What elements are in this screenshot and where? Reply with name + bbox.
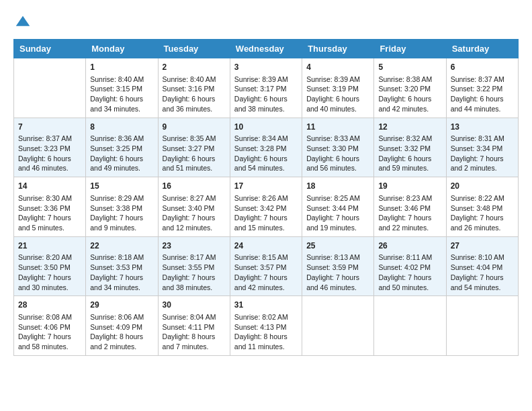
day-number: 17 bbox=[234, 181, 298, 192]
cell-content: Sunrise: 8:23 AMSunset: 3:46 PMDaylight:… bbox=[378, 193, 441, 233]
calendar-cell: 13Sunrise: 8:31 AMSunset: 3:34 PMDayligh… bbox=[446, 118, 518, 177]
day-number: 10 bbox=[234, 122, 298, 133]
cell-content: Sunrise: 8:11 AMSunset: 4:02 PMDaylight:… bbox=[378, 253, 441, 292]
day-number: 4 bbox=[306, 62, 369, 73]
day-number: 29 bbox=[90, 300, 153, 311]
calendar-cell: 24Sunrise: 8:15 AMSunset: 3:57 PMDayligh… bbox=[230, 236, 302, 296]
calendar-week-5: 28Sunrise: 8:08 AMSunset: 4:06 PMDayligh… bbox=[14, 296, 519, 356]
calendar-cell: 6Sunrise: 8:37 AMSunset: 3:22 PMDaylight… bbox=[446, 58, 518, 118]
cell-content: Sunrise: 8:38 AMSunset: 3:20 PMDaylight:… bbox=[378, 75, 441, 114]
cell-content: Sunrise: 8:36 AMSunset: 3:25 PMDaylight:… bbox=[90, 134, 153, 173]
day-header-saturday: Saturday bbox=[446, 40, 518, 58]
calendar-cell: 26Sunrise: 8:11 AMSunset: 4:02 PMDayligh… bbox=[374, 236, 446, 296]
cell-content: Sunrise: 8:27 AMSunset: 3:40 PMDaylight:… bbox=[163, 193, 226, 233]
day-number: 8 bbox=[90, 122, 153, 133]
cell-content: Sunrise: 8:32 AMSunset: 3:32 PMDaylight:… bbox=[378, 134, 441, 173]
calendar-cell: 22Sunrise: 8:18 AMSunset: 3:53 PMDayligh… bbox=[86, 236, 158, 296]
calendar-cell: 10Sunrise: 8:34 AMSunset: 3:28 PMDayligh… bbox=[230, 118, 302, 177]
day-number: 20 bbox=[451, 181, 514, 192]
day-number: 27 bbox=[451, 240, 514, 252]
calendar-cell: 19Sunrise: 8:23 AMSunset: 3:46 PMDayligh… bbox=[374, 177, 446, 237]
calendar-cell: 3Sunrise: 8:39 AMSunset: 3:17 PMDaylight… bbox=[230, 58, 302, 118]
calendar-body: 1Sunrise: 8:40 AMSunset: 3:15 PMDaylight… bbox=[14, 58, 519, 356]
cell-content: Sunrise: 8:22 AMSunset: 3:48 PMDaylight:… bbox=[451, 193, 514, 233]
day-number: 11 bbox=[306, 122, 369, 133]
calendar-cell: 29Sunrise: 8:06 AMSunset: 4:09 PMDayligh… bbox=[86, 296, 158, 356]
logo bbox=[13, 13, 35, 32]
cell-content: Sunrise: 8:29 AMSunset: 3:38 PMDaylight:… bbox=[90, 193, 153, 233]
day-header-sunday: Sunday bbox=[14, 40, 86, 58]
cell-content: Sunrise: 8:33 AMSunset: 3:30 PMDaylight:… bbox=[306, 134, 369, 173]
calendar-cell: 16Sunrise: 8:27 AMSunset: 3:40 PMDayligh… bbox=[158, 177, 230, 237]
calendar-cell: 21Sunrise: 8:20 AMSunset: 3:50 PMDayligh… bbox=[14, 236, 86, 296]
day-number: 6 bbox=[451, 62, 514, 73]
cell-content: Sunrise: 8:30 AMSunset: 3:36 PMDaylight:… bbox=[18, 193, 81, 233]
cell-content: Sunrise: 8:34 AMSunset: 3:28 PMDaylight:… bbox=[234, 134, 298, 173]
cell-content: Sunrise: 8:17 AMSunset: 3:55 PMDaylight:… bbox=[163, 253, 226, 292]
day-header-thursday: Thursday bbox=[302, 40, 374, 58]
calendar-week-3: 14Sunrise: 8:30 AMSunset: 3:36 PMDayligh… bbox=[14, 177, 519, 237]
day-number: 2 bbox=[163, 62, 226, 73]
calendar-cell: 2Sunrise: 8:40 AMSunset: 3:16 PMDaylight… bbox=[158, 58, 230, 118]
cell-content: Sunrise: 8:37 AMSunset: 3:23 PMDaylight:… bbox=[18, 134, 81, 173]
cell-content: Sunrise: 8:31 AMSunset: 3:34 PMDaylight:… bbox=[451, 134, 514, 173]
calendar-cell: 18Sunrise: 8:25 AMSunset: 3:44 PMDayligh… bbox=[302, 177, 374, 237]
cell-content: Sunrise: 8:08 AMSunset: 4:06 PMDaylight:… bbox=[18, 312, 81, 352]
calendar-cell bbox=[302, 296, 374, 356]
calendar-cell: 15Sunrise: 8:29 AMSunset: 3:38 PMDayligh… bbox=[86, 177, 158, 237]
day-number: 7 bbox=[18, 122, 81, 133]
cell-content: Sunrise: 8:35 AMSunset: 3:27 PMDaylight:… bbox=[163, 134, 226, 173]
cell-content: Sunrise: 8:37 AMSunset: 3:22 PMDaylight:… bbox=[451, 75, 514, 114]
calendar-cell: 1Sunrise: 8:40 AMSunset: 3:15 PMDaylight… bbox=[86, 58, 158, 118]
svg-marker-0 bbox=[16, 16, 30, 26]
day-number: 5 bbox=[378, 62, 441, 73]
cell-content: Sunrise: 8:40 AMSunset: 3:15 PMDaylight:… bbox=[90, 75, 153, 114]
cell-content: Sunrise: 8:40 AMSunset: 3:16 PMDaylight:… bbox=[163, 75, 226, 114]
day-number: 13 bbox=[451, 122, 514, 133]
cell-content: Sunrise: 8:18 AMSunset: 3:53 PMDaylight:… bbox=[90, 253, 153, 292]
calendar-cell: 9Sunrise: 8:35 AMSunset: 3:27 PMDaylight… bbox=[158, 118, 230, 177]
calendar-cell bbox=[446, 296, 518, 356]
cell-content: Sunrise: 8:20 AMSunset: 3:50 PMDaylight:… bbox=[18, 253, 81, 292]
day-number: 30 bbox=[163, 300, 226, 311]
day-header-monday: Monday bbox=[86, 40, 158, 58]
day-number: 3 bbox=[234, 62, 298, 73]
day-number: 26 bbox=[378, 240, 441, 252]
day-number: 1 bbox=[90, 62, 153, 73]
cell-content: Sunrise: 8:06 AMSunset: 4:09 PMDaylight:… bbox=[90, 312, 153, 352]
calendar-cell: 30Sunrise: 8:04 AMSunset: 4:11 PMDayligh… bbox=[158, 296, 230, 356]
day-number: 19 bbox=[378, 181, 441, 192]
cell-content: Sunrise: 8:13 AMSunset: 3:59 PMDaylight:… bbox=[306, 253, 369, 292]
calendar-cell: 12Sunrise: 8:32 AMSunset: 3:32 PMDayligh… bbox=[374, 118, 446, 177]
calendar-cell bbox=[374, 296, 446, 356]
day-number: 16 bbox=[163, 181, 226, 192]
calendar-cell bbox=[14, 58, 86, 118]
calendar-cell: 7Sunrise: 8:37 AMSunset: 3:23 PMDaylight… bbox=[14, 118, 86, 177]
day-number: 15 bbox=[90, 181, 153, 192]
day-number: 18 bbox=[306, 181, 369, 192]
day-number: 24 bbox=[234, 240, 298, 252]
calendar-cell: 11Sunrise: 8:33 AMSunset: 3:30 PMDayligh… bbox=[302, 118, 374, 177]
day-header-friday: Friday bbox=[374, 40, 446, 58]
cell-content: Sunrise: 8:25 AMSunset: 3:44 PMDaylight:… bbox=[306, 193, 369, 233]
calendar-week-2: 7Sunrise: 8:37 AMSunset: 3:23 PMDaylight… bbox=[14, 118, 519, 177]
cell-content: Sunrise: 8:10 AMSunset: 4:04 PMDaylight:… bbox=[451, 253, 514, 292]
day-number: 28 bbox=[18, 300, 81, 311]
calendar-header-row: SundayMondayTuesdayWednesdayThursdayFrid… bbox=[14, 40, 519, 58]
calendar-cell: 25Sunrise: 8:13 AMSunset: 3:59 PMDayligh… bbox=[302, 236, 374, 296]
calendar-table: SundayMondayTuesdayWednesdayThursdayFrid… bbox=[13, 39, 519, 356]
day-header-tuesday: Tuesday bbox=[158, 40, 230, 58]
calendar-cell: 28Sunrise: 8:08 AMSunset: 4:06 PMDayligh… bbox=[14, 296, 86, 356]
day-number: 14 bbox=[18, 181, 81, 192]
cell-content: Sunrise: 8:15 AMSunset: 3:57 PMDaylight:… bbox=[234, 253, 298, 292]
calendar-cell: 5Sunrise: 8:38 AMSunset: 3:20 PMDaylight… bbox=[374, 58, 446, 118]
calendar-cell: 20Sunrise: 8:22 AMSunset: 3:48 PMDayligh… bbox=[446, 177, 518, 237]
day-number: 23 bbox=[163, 240, 226, 252]
logo-icon bbox=[13, 13, 32, 32]
calendar-cell: 17Sunrise: 8:26 AMSunset: 3:42 PMDayligh… bbox=[230, 177, 302, 237]
day-number: 9 bbox=[163, 122, 226, 133]
cell-content: Sunrise: 8:26 AMSunset: 3:42 PMDaylight:… bbox=[234, 193, 298, 233]
calendar-week-1: 1Sunrise: 8:40 AMSunset: 3:15 PMDaylight… bbox=[14, 58, 519, 118]
cell-content: Sunrise: 8:02 AMSunset: 4:13 PMDaylight:… bbox=[234, 312, 298, 352]
calendar-cell: 4Sunrise: 8:39 AMSunset: 3:19 PMDaylight… bbox=[302, 58, 374, 118]
